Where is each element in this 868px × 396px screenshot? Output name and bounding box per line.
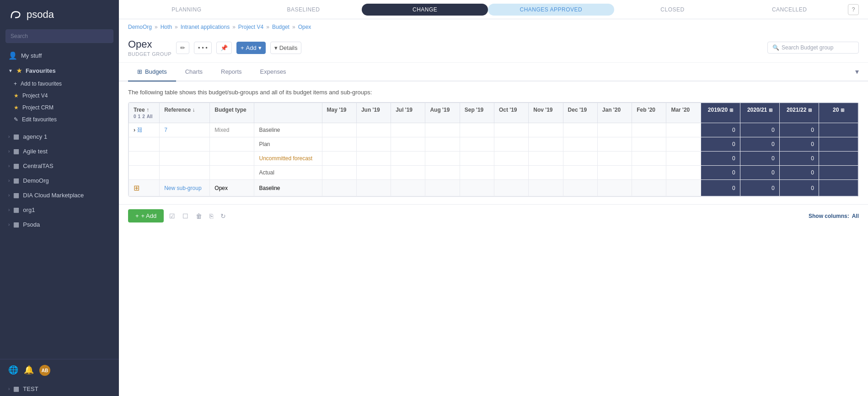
status-baselined[interactable]: BASELINED bbox=[245, 6, 362, 13]
table-row: Actual 0 bbox=[129, 166, 858, 180]
type-cell: Uncommitted forecast bbox=[254, 152, 322, 166]
link-icon[interactable]: ⛓ bbox=[137, 127, 143, 133]
type-cell: Baseline bbox=[254, 123, 322, 137]
status-cancelled[interactable]: CANCELLED bbox=[731, 6, 848, 13]
status-changes-approved[interactable]: CHANGES APPROVED bbox=[488, 4, 614, 16]
table-row: › ⛓ 7 Mixed Baseline bbox=[129, 123, 858, 137]
breadcrumb-demoorg[interactable]: DemoOrg bbox=[128, 24, 152, 30]
expand-icon[interactable]: › bbox=[134, 127, 135, 133]
sidebar-item-dia[interactable]: › ▦ DIA Cloud Marketplace bbox=[0, 188, 119, 202]
favourites-label: Favourites bbox=[26, 67, 56, 74]
my-stuff-item[interactable]: 👤 My stuff bbox=[0, 48, 119, 64]
table-row: Plan 0 bbox=[129, 137, 858, 152]
tab-expenses[interactable]: Expenses bbox=[251, 63, 295, 81]
feb20-cell bbox=[632, 180, 666, 196]
pin-button[interactable]: 📌 bbox=[216, 42, 232, 54]
star-icon: ★ bbox=[14, 104, 19, 111]
select-all-icon[interactable]: ☑ bbox=[167, 211, 177, 222]
sidebar-item-org1[interactable]: › ▦ org1 bbox=[0, 202, 119, 217]
may19-cell bbox=[322, 152, 356, 166]
add-button[interactable]: + Add ▾ bbox=[236, 42, 266, 54]
edit-favourites[interactable]: ✎ Edit favourites bbox=[0, 114, 119, 125]
col-header-reference: Reference ↓ bbox=[160, 103, 210, 123]
fav-project-crm[interactable]: ★ Project CRM bbox=[0, 102, 119, 114]
copy-icon[interactable]: ⎘ bbox=[208, 211, 215, 222]
edit-button[interactable]: ✏ bbox=[176, 42, 189, 54]
tab-budgets[interactable]: ⊞ Budgets bbox=[128, 63, 176, 81]
sidebar-item-agiletest[interactable]: › ▦ Agile test bbox=[0, 144, 119, 158]
status-closed[interactable]: CLOSED bbox=[614, 6, 731, 13]
may19-cell bbox=[322, 180, 356, 196]
ref-cell bbox=[160, 137, 210, 152]
globe-icon[interactable]: 🌐 bbox=[8, 365, 18, 376]
help-button[interactable]: ? bbox=[848, 4, 859, 15]
feb20-cell bbox=[632, 137, 666, 152]
tabs: ⊞ Budgets Charts Reports Expenses ▾ bbox=[119, 63, 868, 81]
oct19-cell bbox=[494, 137, 529, 152]
year4-cell bbox=[819, 152, 858, 166]
edit-favourites-label: Edit favourites bbox=[22, 116, 57, 123]
tab-more-button[interactable]: ▾ bbox=[855, 67, 859, 76]
grid-icon: ▦ bbox=[13, 177, 19, 184]
details-button[interactable]: ▾ Details bbox=[270, 42, 302, 54]
fav-project-v4[interactable]: ★ Project V4 bbox=[0, 90, 119, 102]
budget-type-cell: Opex bbox=[210, 180, 254, 196]
sidebar-item-centraltas[interactable]: › ▦ CentralTAS bbox=[0, 158, 119, 173]
search-input[interactable] bbox=[5, 29, 113, 43]
tab-reports[interactable]: Reports bbox=[212, 63, 251, 81]
tree-cell: › ⛓ bbox=[129, 123, 160, 137]
breadcrumb-opex[interactable]: Opex bbox=[298, 24, 311, 30]
sidebar-item-test[interactable]: › ▦ TEST bbox=[0, 381, 119, 396]
col-header-2021-22: 2021/22 ⊞ bbox=[779, 103, 819, 123]
add-to-favourites[interactable]: + Add to favourites bbox=[0, 78, 119, 90]
type-cell: Actual bbox=[254, 166, 322, 180]
jul19-cell bbox=[391, 123, 425, 137]
budget-type-cell bbox=[210, 152, 254, 166]
search-budget-group[interactable]: 🔍 Search Budget group bbox=[767, 42, 859, 54]
more-button[interactable]: • • • bbox=[194, 42, 212, 54]
breadcrumb-hoth[interactable]: Hoth bbox=[161, 24, 172, 30]
ref-cell[interactable]: New sub-group bbox=[160, 180, 210, 196]
mar20-cell bbox=[666, 123, 701, 137]
table-row: ⊞ New sub-group Opex Baseline bbox=[129, 180, 858, 196]
breadcrumb-intranet[interactable]: Intranet applications bbox=[181, 24, 230, 30]
sidebar-item-demoorg[interactable]: › ▦ DemoOrg bbox=[0, 173, 119, 188]
add-row-button[interactable]: + + Add bbox=[128, 209, 164, 222]
year4-cell bbox=[819, 137, 858, 152]
tree-cell bbox=[129, 166, 160, 180]
avatar[interactable]: AB bbox=[39, 365, 50, 376]
page-subtitle: BUDGET GROUP bbox=[128, 51, 171, 57]
col-header-mar20: Mar '20 bbox=[666, 103, 701, 123]
org-label: Agile test bbox=[23, 148, 47, 155]
show-columns-value[interactable]: All bbox=[852, 213, 859, 219]
breadcrumb-budget[interactable]: Budget bbox=[272, 24, 289, 30]
tree-cell bbox=[129, 152, 160, 166]
new-sub-group-link[interactable]: New sub-group bbox=[164, 185, 201, 191]
grid-icon: ▦ bbox=[13, 221, 19, 228]
fav-label: Project CRM bbox=[22, 104, 54, 111]
delete-selected-icon[interactable]: 🗑 bbox=[194, 211, 204, 222]
breadcrumb-projectv4[interactable]: Project V4 bbox=[238, 24, 263, 30]
deselect-icon[interactable]: ☐ bbox=[181, 211, 190, 222]
ref-cell: 7 bbox=[160, 123, 210, 137]
favourites-section[interactable]: ▼ ★ Favourites bbox=[0, 64, 119, 78]
may19-cell bbox=[322, 166, 356, 180]
page-title: Opex bbox=[128, 38, 171, 50]
edit-icon: ✎ bbox=[14, 116, 18, 123]
refresh-icon[interactable]: ↻ bbox=[219, 211, 228, 222]
chevron-right-icon: › bbox=[8, 163, 10, 168]
nov19-cell bbox=[529, 180, 563, 196]
sidebar-item-agency1[interactable]: › ▦ agency 1 bbox=[0, 129, 119, 144]
jul19-cell bbox=[391, 137, 425, 152]
grid-icon: ▦ bbox=[13, 385, 19, 392]
search-box[interactable] bbox=[5, 29, 113, 43]
status-change[interactable]: CHANGE bbox=[362, 4, 488, 16]
main-content: PLANNING BASELINED CHANGE CHANGES APPROV… bbox=[119, 0, 868, 396]
status-planning[interactable]: PLANNING bbox=[128, 6, 245, 13]
tab-charts[interactable]: Charts bbox=[176, 63, 212, 81]
table-row: Uncommitted forecast bbox=[129, 152, 858, 166]
year3-cell: 0 bbox=[779, 166, 819, 180]
bell-icon[interactable]: 🔔 bbox=[24, 365, 34, 376]
chevron-right-icon: › bbox=[8, 207, 10, 212]
sidebar-item-psoda[interactable]: › ▦ Psoda bbox=[0, 217, 119, 232]
